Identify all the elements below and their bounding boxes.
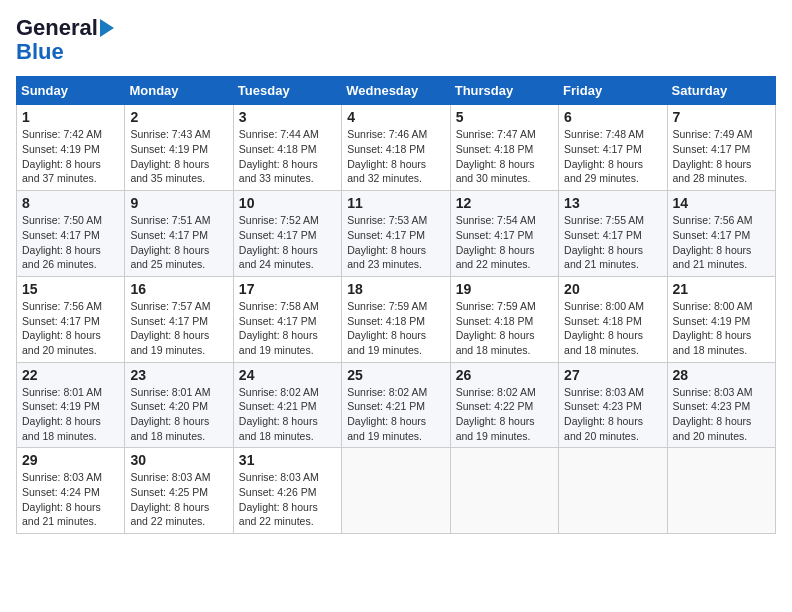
day-number: 14 bbox=[673, 195, 770, 211]
calendar-cell: 31Sunrise: 8:03 AM Sunset: 4:26 PM Dayli… bbox=[233, 448, 341, 534]
calendar-header-tuesday: Tuesday bbox=[233, 77, 341, 105]
calendar-cell: 7Sunrise: 7:49 AM Sunset: 4:17 PM Daylig… bbox=[667, 105, 775, 191]
calendar-cell: 9Sunrise: 7:51 AM Sunset: 4:17 PM Daylig… bbox=[125, 191, 233, 277]
day-info: Sunrise: 7:56 AM Sunset: 4:17 PM Dayligh… bbox=[22, 299, 119, 358]
day-info: Sunrise: 8:03 AM Sunset: 4:26 PM Dayligh… bbox=[239, 470, 336, 529]
day-number: 29 bbox=[22, 452, 119, 468]
day-info: Sunrise: 7:58 AM Sunset: 4:17 PM Dayligh… bbox=[239, 299, 336, 358]
calendar-cell: 19Sunrise: 7:59 AM Sunset: 4:18 PM Dayli… bbox=[450, 276, 558, 362]
day-number: 23 bbox=[130, 367, 227, 383]
page-header: General Blue bbox=[16, 16, 776, 64]
day-number: 11 bbox=[347, 195, 444, 211]
calendar-cell: 28Sunrise: 8:03 AM Sunset: 4:23 PM Dayli… bbox=[667, 362, 775, 448]
day-number: 28 bbox=[673, 367, 770, 383]
day-number: 30 bbox=[130, 452, 227, 468]
calendar-cell: 24Sunrise: 8:02 AM Sunset: 4:21 PM Dayli… bbox=[233, 362, 341, 448]
calendar-table: SundayMondayTuesdayWednesdayThursdayFrid… bbox=[16, 76, 776, 534]
calendar-cell: 5Sunrise: 7:47 AM Sunset: 4:18 PM Daylig… bbox=[450, 105, 558, 191]
day-info: Sunrise: 7:55 AM Sunset: 4:17 PM Dayligh… bbox=[564, 213, 661, 272]
day-info: Sunrise: 8:03 AM Sunset: 4:23 PM Dayligh… bbox=[673, 385, 770, 444]
day-info: Sunrise: 7:48 AM Sunset: 4:17 PM Dayligh… bbox=[564, 127, 661, 186]
calendar-cell: 22Sunrise: 8:01 AM Sunset: 4:19 PM Dayli… bbox=[17, 362, 125, 448]
calendar-header-sunday: Sunday bbox=[17, 77, 125, 105]
calendar-cell bbox=[667, 448, 775, 534]
calendar-header-row: SundayMondayTuesdayWednesdayThursdayFrid… bbox=[17, 77, 776, 105]
calendar-week-row: 22Sunrise: 8:01 AM Sunset: 4:19 PM Dayli… bbox=[17, 362, 776, 448]
day-info: Sunrise: 8:03 AM Sunset: 4:23 PM Dayligh… bbox=[564, 385, 661, 444]
day-info: Sunrise: 8:01 AM Sunset: 4:19 PM Dayligh… bbox=[22, 385, 119, 444]
calendar-header-saturday: Saturday bbox=[667, 77, 775, 105]
day-number: 24 bbox=[239, 367, 336, 383]
logo: General Blue bbox=[16, 16, 114, 64]
calendar-cell: 14Sunrise: 7:56 AM Sunset: 4:17 PM Dayli… bbox=[667, 191, 775, 277]
calendar-cell bbox=[450, 448, 558, 534]
calendar-week-row: 29Sunrise: 8:03 AM Sunset: 4:24 PM Dayli… bbox=[17, 448, 776, 534]
day-info: Sunrise: 8:02 AM Sunset: 4:21 PM Dayligh… bbox=[347, 385, 444, 444]
day-info: Sunrise: 8:00 AM Sunset: 4:18 PM Dayligh… bbox=[564, 299, 661, 358]
day-info: Sunrise: 7:53 AM Sunset: 4:17 PM Dayligh… bbox=[347, 213, 444, 272]
calendar-cell: 16Sunrise: 7:57 AM Sunset: 4:17 PM Dayli… bbox=[125, 276, 233, 362]
calendar-cell: 3Sunrise: 7:44 AM Sunset: 4:18 PM Daylig… bbox=[233, 105, 341, 191]
day-number: 6 bbox=[564, 109, 661, 125]
calendar-cell: 30Sunrise: 8:03 AM Sunset: 4:25 PM Dayli… bbox=[125, 448, 233, 534]
day-info: Sunrise: 7:46 AM Sunset: 4:18 PM Dayligh… bbox=[347, 127, 444, 186]
calendar-cell: 18Sunrise: 7:59 AM Sunset: 4:18 PM Dayli… bbox=[342, 276, 450, 362]
day-number: 7 bbox=[673, 109, 770, 125]
calendar-cell: 29Sunrise: 8:03 AM Sunset: 4:24 PM Dayli… bbox=[17, 448, 125, 534]
calendar-cell: 26Sunrise: 8:02 AM Sunset: 4:22 PM Dayli… bbox=[450, 362, 558, 448]
day-info: Sunrise: 7:42 AM Sunset: 4:19 PM Dayligh… bbox=[22, 127, 119, 186]
day-number: 8 bbox=[22, 195, 119, 211]
day-number: 17 bbox=[239, 281, 336, 297]
day-info: Sunrise: 7:49 AM Sunset: 4:17 PM Dayligh… bbox=[673, 127, 770, 186]
calendar-cell: 23Sunrise: 8:01 AM Sunset: 4:20 PM Dayli… bbox=[125, 362, 233, 448]
calendar-cell: 11Sunrise: 7:53 AM Sunset: 4:17 PM Dayli… bbox=[342, 191, 450, 277]
day-info: Sunrise: 8:03 AM Sunset: 4:25 PM Dayligh… bbox=[130, 470, 227, 529]
day-info: Sunrise: 7:59 AM Sunset: 4:18 PM Dayligh… bbox=[456, 299, 553, 358]
day-number: 2 bbox=[130, 109, 227, 125]
day-info: Sunrise: 7:43 AM Sunset: 4:19 PM Dayligh… bbox=[130, 127, 227, 186]
calendar-header-thursday: Thursday bbox=[450, 77, 558, 105]
day-number: 12 bbox=[456, 195, 553, 211]
calendar-cell: 13Sunrise: 7:55 AM Sunset: 4:17 PM Dayli… bbox=[559, 191, 667, 277]
day-number: 25 bbox=[347, 367, 444, 383]
calendar-cell: 2Sunrise: 7:43 AM Sunset: 4:19 PM Daylig… bbox=[125, 105, 233, 191]
day-number: 4 bbox=[347, 109, 444, 125]
calendar-cell: 6Sunrise: 7:48 AM Sunset: 4:17 PM Daylig… bbox=[559, 105, 667, 191]
day-info: Sunrise: 7:54 AM Sunset: 4:17 PM Dayligh… bbox=[456, 213, 553, 272]
calendar-header-wednesday: Wednesday bbox=[342, 77, 450, 105]
day-info: Sunrise: 8:02 AM Sunset: 4:22 PM Dayligh… bbox=[456, 385, 553, 444]
day-number: 19 bbox=[456, 281, 553, 297]
calendar-cell: 4Sunrise: 7:46 AM Sunset: 4:18 PM Daylig… bbox=[342, 105, 450, 191]
calendar-cell bbox=[559, 448, 667, 534]
calendar-week-row: 8Sunrise: 7:50 AM Sunset: 4:17 PM Daylig… bbox=[17, 191, 776, 277]
day-info: Sunrise: 7:47 AM Sunset: 4:18 PM Dayligh… bbox=[456, 127, 553, 186]
calendar-cell: 20Sunrise: 8:00 AM Sunset: 4:18 PM Dayli… bbox=[559, 276, 667, 362]
calendar-cell: 8Sunrise: 7:50 AM Sunset: 4:17 PM Daylig… bbox=[17, 191, 125, 277]
day-info: Sunrise: 7:59 AM Sunset: 4:18 PM Dayligh… bbox=[347, 299, 444, 358]
calendar-week-row: 15Sunrise: 7:56 AM Sunset: 4:17 PM Dayli… bbox=[17, 276, 776, 362]
day-info: Sunrise: 7:50 AM Sunset: 4:17 PM Dayligh… bbox=[22, 213, 119, 272]
calendar-cell: 21Sunrise: 8:00 AM Sunset: 4:19 PM Dayli… bbox=[667, 276, 775, 362]
day-number: 20 bbox=[564, 281, 661, 297]
calendar-cell bbox=[342, 448, 450, 534]
day-info: Sunrise: 8:02 AM Sunset: 4:21 PM Dayligh… bbox=[239, 385, 336, 444]
day-info: Sunrise: 7:57 AM Sunset: 4:17 PM Dayligh… bbox=[130, 299, 227, 358]
day-number: 21 bbox=[673, 281, 770, 297]
day-number: 10 bbox=[239, 195, 336, 211]
day-number: 18 bbox=[347, 281, 444, 297]
day-info: Sunrise: 7:51 AM Sunset: 4:17 PM Dayligh… bbox=[130, 213, 227, 272]
day-info: Sunrise: 8:00 AM Sunset: 4:19 PM Dayligh… bbox=[673, 299, 770, 358]
day-info: Sunrise: 8:03 AM Sunset: 4:24 PM Dayligh… bbox=[22, 470, 119, 529]
day-info: Sunrise: 7:44 AM Sunset: 4:18 PM Dayligh… bbox=[239, 127, 336, 186]
calendar-header-monday: Monday bbox=[125, 77, 233, 105]
day-number: 22 bbox=[22, 367, 119, 383]
calendar-cell: 1Sunrise: 7:42 AM Sunset: 4:19 PM Daylig… bbox=[17, 105, 125, 191]
day-number: 16 bbox=[130, 281, 227, 297]
day-number: 5 bbox=[456, 109, 553, 125]
day-info: Sunrise: 8:01 AM Sunset: 4:20 PM Dayligh… bbox=[130, 385, 227, 444]
calendar-cell: 27Sunrise: 8:03 AM Sunset: 4:23 PM Dayli… bbox=[559, 362, 667, 448]
calendar-header-friday: Friday bbox=[559, 77, 667, 105]
day-number: 1 bbox=[22, 109, 119, 125]
day-number: 27 bbox=[564, 367, 661, 383]
calendar-week-row: 1Sunrise: 7:42 AM Sunset: 4:19 PM Daylig… bbox=[17, 105, 776, 191]
